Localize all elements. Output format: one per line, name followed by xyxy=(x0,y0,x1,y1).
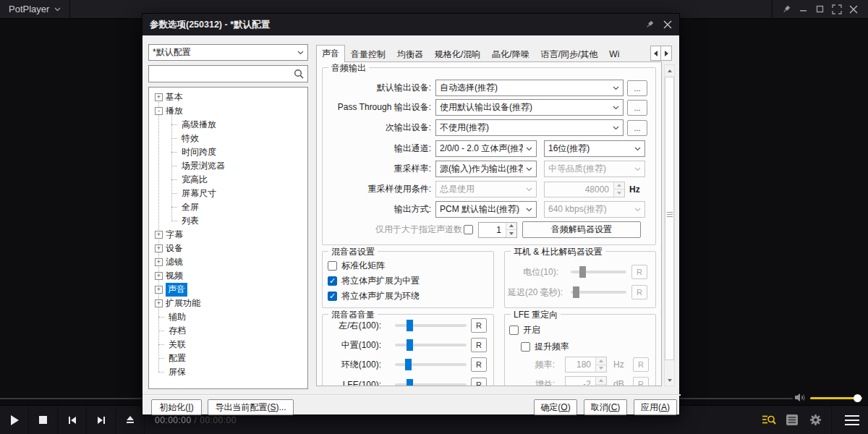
slider-thumb[interactable] xyxy=(405,359,412,370)
reset-button[interactable]: R xyxy=(631,265,647,279)
output-format-select[interactable]: PCM 默认输出(推荐) xyxy=(435,201,537,218)
passthrough-output-device-select[interactable]: 使用默认输出设备(推荐) xyxy=(435,99,624,116)
reset-button[interactable]: R xyxy=(471,338,487,352)
tab-crystalize-denoise[interactable]: 晶化/降噪 xyxy=(486,46,535,62)
tab-equalizer[interactable]: 均衡器 xyxy=(391,46,429,62)
tree-item-playback[interactable]: -播放 xyxy=(149,104,307,118)
resample-rate-select[interactable]: 源(输入)作为输出(推荐) xyxy=(435,161,537,177)
menu-button[interactable] xyxy=(836,406,868,434)
normalize-matrix-checkbox[interactable] xyxy=(328,261,337,271)
secondary-output-device-select[interactable]: 不使用(推荐) xyxy=(435,119,624,136)
tree-item-time-span[interactable]: 时间跨度 xyxy=(149,145,307,159)
tree-item-extensions[interactable]: +扩展功能 xyxy=(149,297,307,310)
expander-icon[interactable]: + xyxy=(155,258,163,266)
spin-up-button[interactable] xyxy=(506,223,516,230)
reset-button[interactable]: R xyxy=(471,378,487,386)
slider-thumb[interactable] xyxy=(573,286,579,298)
volume-thumb[interactable] xyxy=(854,394,861,402)
speaker-icon[interactable] xyxy=(794,392,807,403)
tree-item-screensaver[interactable]: 屏保 xyxy=(149,365,307,379)
delay-slider[interactable] xyxy=(571,291,626,294)
reset-button[interactable]: R xyxy=(633,357,649,372)
slider-thumb[interactable] xyxy=(407,339,413,351)
potplayer-menu-button[interactable]: PotPlayer xyxy=(0,0,70,18)
bitrate-select[interactable]: 640 kbps(推荐) xyxy=(544,201,645,218)
playlist-button[interactable] xyxy=(780,406,804,434)
ok-button[interactable]: 确定(O) xyxy=(534,399,577,415)
tree-item-playlist[interactable]: 列表 xyxy=(149,214,307,228)
stereo-to-surround-checkbox[interactable] xyxy=(328,292,337,301)
tree-item-subtitles[interactable]: +字幕 xyxy=(149,228,307,242)
slider-thumb[interactable] xyxy=(407,320,413,331)
profile-select[interactable]: *默认配置 xyxy=(148,44,308,61)
search-input[interactable] xyxy=(149,66,294,82)
slider-thumb[interactable] xyxy=(579,266,586,278)
spin-down-button[interactable] xyxy=(506,229,516,237)
tree-item-scene-browser[interactable]: 场景浏览器 xyxy=(149,159,307,173)
frequency-spinner[interactable]: 180 xyxy=(565,357,607,373)
spin-down-button[interactable] xyxy=(596,365,606,373)
tree-item-video[interactable]: +视频 xyxy=(149,269,307,283)
reset-button[interactable]: R xyxy=(633,377,649,386)
apply-button[interactable]: 应用(A) xyxy=(634,399,677,415)
tree-item-devices[interactable]: +设备 xyxy=(149,242,307,255)
spin-up-button[interactable] xyxy=(596,357,606,365)
spin-up-button[interactable] xyxy=(596,377,606,384)
channel-count-spinner[interactable]: 1 xyxy=(478,222,517,238)
dialog-titlebar[interactable]: 参数选项(250312) - *默认配置 xyxy=(142,14,679,35)
close-icon[interactable] xyxy=(663,20,672,29)
tab-truncated[interactable]: Wi xyxy=(603,46,625,62)
browse-button[interactable]: ... xyxy=(627,120,647,136)
close-icon[interactable] xyxy=(849,5,858,14)
resample-condition-select[interactable]: 总是使用 xyxy=(435,181,537,197)
expander-icon[interactable]: + xyxy=(155,231,163,239)
tree-item-archive[interactable]: 存档 xyxy=(149,324,307,338)
reset-button[interactable]: R xyxy=(631,285,647,299)
eject-button[interactable] xyxy=(116,406,145,434)
expander-icon[interactable]: - xyxy=(155,107,163,115)
expander-icon[interactable]: + xyxy=(155,286,163,294)
reset-button[interactable]: R xyxy=(471,318,487,333)
tree-item-association[interactable]: 关联 xyxy=(149,338,307,352)
expander-icon[interactable]: + xyxy=(155,93,163,101)
boost-frequency-checkbox[interactable] xyxy=(521,342,530,352)
lfe-enable-checkbox[interactable] xyxy=(509,326,519,335)
bit-depth-select[interactable]: 16位(推荐) xyxy=(544,140,645,157)
tab-normalize-reverb[interactable]: 规格化/混响 xyxy=(429,46,486,62)
tab-audio[interactable]: 声音 xyxy=(316,45,345,62)
stop-button[interactable] xyxy=(29,406,58,434)
fullscreen-icon[interactable] xyxy=(832,4,842,14)
tree-item-fullscreen[interactable]: 全屏 xyxy=(149,200,307,214)
expander-icon[interactable]: + xyxy=(155,244,163,252)
tree-item-screen-size[interactable]: 屏幕尺寸 xyxy=(149,187,307,200)
audio-decoder-settings-button[interactable]: 音频解码器设置 xyxy=(522,221,641,238)
browse-button[interactable]: ... xyxy=(627,100,647,116)
stereo-to-center-checkbox[interactable] xyxy=(328,276,337,286)
expander-icon[interactable]: + xyxy=(155,272,163,280)
next-button[interactable] xyxy=(87,406,116,434)
tree-item-aspect-ratio[interactable]: 宽高比 xyxy=(149,173,307,187)
spin-down-button[interactable] xyxy=(614,189,624,197)
browse-button[interactable]: ... xyxy=(627,80,647,96)
tab-volume-control[interactable]: 音量控制 xyxy=(345,46,391,62)
lfe-enable-option[interactable]: 开启 xyxy=(509,324,540,336)
stereo-to-surround-option[interactable]: 将立体声扩展为环绕 xyxy=(328,290,420,302)
tab-scroll-right-button[interactable] xyxy=(661,46,672,61)
resample-quality-select[interactable]: 中等品质(推荐) xyxy=(544,161,645,177)
gain-spinner[interactable]: -2 xyxy=(565,376,607,386)
tab-scroll-left-button[interactable] xyxy=(650,46,661,61)
tree-item-advanced-playback[interactable]: 高级播放 xyxy=(149,118,307,132)
tree-item-assist[interactable]: 辅助 xyxy=(149,310,307,324)
scene-search-button[interactable] xyxy=(757,406,780,434)
surround-slider[interactable] xyxy=(395,363,467,366)
tree-item-effects[interactable]: 特效 xyxy=(149,132,307,145)
settings-button[interactable] xyxy=(804,406,827,434)
cancel-button[interactable]: 取消(C) xyxy=(584,399,627,415)
maximize-icon[interactable] xyxy=(815,4,825,14)
tree-item-filters[interactable]: +滤镜 xyxy=(149,255,307,269)
export-config-button[interactable]: 导出当前配置(S)... xyxy=(208,399,294,415)
slider-thumb[interactable] xyxy=(407,379,413,386)
expander-icon[interactable]: + xyxy=(155,299,163,307)
sample-rate-spinner[interactable]: 48000 xyxy=(544,182,625,197)
potential-slider[interactable] xyxy=(571,271,626,273)
